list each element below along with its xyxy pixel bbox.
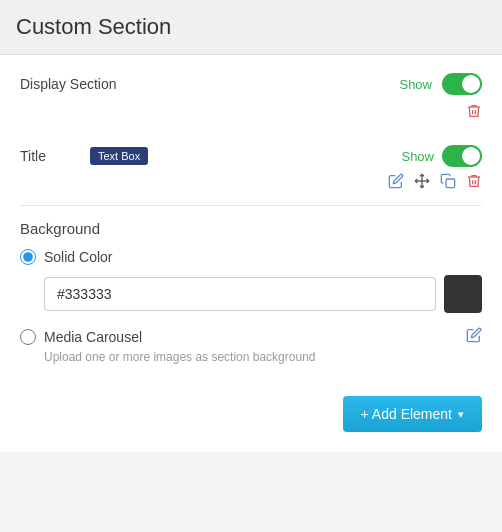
media-hint: Upload one or more images as section bac… [44,350,482,364]
solid-color-label: Solid Color [44,249,112,265]
color-text-input[interactable] [44,277,436,311]
text-box-badge: Text Box [90,147,148,165]
panel-body: Display Section Show Tit [0,55,502,452]
media-carousel-row: Media Carousel [20,327,482,346]
title-copy-button[interactable] [440,173,456,189]
color-swatch-button[interactable] [444,275,482,313]
copy-icon [440,173,456,189]
solid-color-row: Solid Color [20,249,482,265]
display-section-delete-row [0,103,502,133]
title-toggle[interactable] [442,145,482,167]
media-edit-icon [466,327,482,343]
media-carousel-edit-button[interactable] [466,327,482,346]
add-element-row: + Add Element ▾ [0,380,502,452]
title-delete-button[interactable] [466,173,482,189]
title-move-button[interactable] [414,173,430,189]
chevron-down-icon: ▾ [458,408,464,421]
svg-rect-2 [446,179,455,188]
title-toggle-slider [442,145,482,167]
title-row-controls: Show [401,145,482,167]
background-section: Background Solid Color Media Carousel [0,220,502,364]
display-section-show-label: Show [399,77,432,92]
title-trash-icon [466,173,482,189]
panel-header: Custom Section [0,0,502,55]
panel-title: Custom Section [16,14,171,39]
display-section-controls: Show [399,73,482,95]
toggle-slider [442,73,482,95]
trash-icon [466,103,482,119]
title-icons-row [0,167,502,199]
divider [20,205,482,206]
move-icon [414,173,430,189]
display-section-delete-button[interactable] [466,103,482,119]
title-row: Title Text Box Show [0,133,502,167]
title-label: Title [20,148,80,164]
display-section-toggle[interactable] [442,73,482,95]
title-edit-button[interactable] [388,173,404,189]
title-show-label: Show [401,149,434,164]
solid-color-radio[interactable] [20,249,36,265]
background-title: Background [20,220,482,237]
custom-section-panel: Custom Section Display Section Show [0,0,502,532]
add-element-label: + Add Element [361,406,452,422]
display-section-label: Display Section [20,76,399,92]
color-input-row [44,275,482,313]
display-section-row: Display Section Show [0,55,502,103]
media-carousel-label: Media Carousel [44,329,142,345]
media-carousel-radio[interactable] [20,329,36,345]
add-element-button[interactable]: + Add Element ▾ [343,396,482,432]
edit-icon [388,173,404,189]
